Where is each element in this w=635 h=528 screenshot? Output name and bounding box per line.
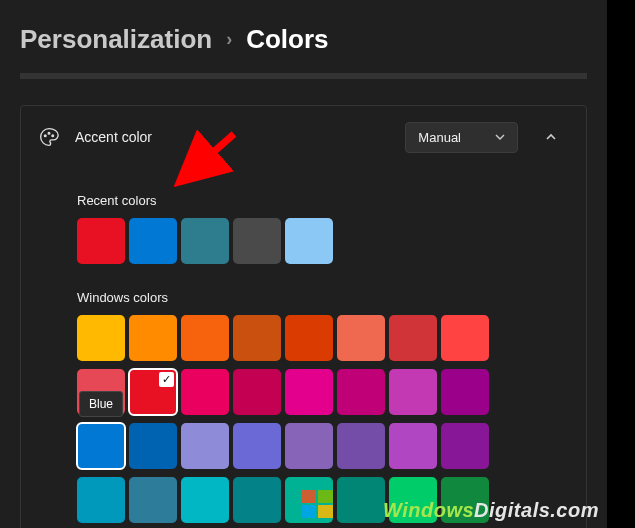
- svg-point-2: [52, 135, 54, 137]
- check-icon: ✓: [159, 372, 174, 387]
- recent-color-swatch[interactable]: [285, 218, 333, 264]
- windows-color-swatch[interactable]: [181, 423, 229, 469]
- recent-color-swatch[interactable]: [129, 218, 177, 264]
- windows-color-swatch[interactable]: [233, 477, 281, 523]
- palette-icon: [39, 127, 59, 147]
- collapse-button[interactable]: [534, 120, 568, 154]
- accent-color-label: Accent color: [75, 129, 389, 145]
- windows-color-swatch[interactable]: [337, 369, 385, 415]
- windows-color-swatch[interactable]: [129, 477, 177, 523]
- windows-color-swatch[interactable]: [285, 477, 333, 523]
- breadcrumb-current: Colors: [246, 24, 328, 55]
- windows-color-swatch[interactable]: [181, 477, 229, 523]
- breadcrumb-parent[interactable]: Personalization: [20, 24, 212, 55]
- accent-mode-value: Manual: [418, 130, 461, 145]
- windows-color-swatch[interactable]: [389, 477, 437, 523]
- accent-color-header: Accent color Manual: [21, 106, 586, 169]
- windows-color-swatch[interactable]: [285, 315, 333, 361]
- chevron-down-icon: [495, 132, 505, 142]
- windows-color-swatch[interactable]: [129, 423, 177, 469]
- windows-color-swatch[interactable]: ✓: [129, 369, 177, 415]
- recent-color-swatch[interactable]: [77, 218, 125, 264]
- recent-color-swatch[interactable]: [181, 218, 229, 264]
- svg-point-1: [48, 132, 50, 134]
- windows-color-swatch[interactable]: [77, 477, 125, 523]
- windows-color-swatch[interactable]: [233, 315, 281, 361]
- windows-color-swatch[interactable]: [337, 315, 385, 361]
- chevron-right-icon: ›: [226, 29, 232, 50]
- color-tooltip: Blue: [79, 391, 123, 417]
- windows-color-swatch[interactable]: [337, 423, 385, 469]
- chevron-up-icon: [545, 131, 557, 143]
- windows-color-swatch[interactable]: [389, 315, 437, 361]
- windows-color-swatch[interactable]: [441, 369, 489, 415]
- windows-color-swatch[interactable]: [129, 315, 177, 361]
- accent-color-panel: Accent color Manual Recent colors Window…: [20, 105, 587, 528]
- windows-color-swatch[interactable]: [389, 423, 437, 469]
- windows-colors-grid: ✓Blue: [77, 315, 530, 527]
- windows-colors-heading: Windows colors: [77, 290, 530, 305]
- windows-color-swatch[interactable]: [233, 423, 281, 469]
- recent-colors-heading: Recent colors: [77, 193, 530, 208]
- svg-point-0: [44, 135, 46, 137]
- windows-color-swatch[interactable]: [181, 315, 229, 361]
- windows-color-swatch[interactable]: [441, 477, 489, 523]
- breadcrumb: Personalization › Colors: [20, 24, 587, 55]
- windows-color-swatch[interactable]: [337, 477, 385, 523]
- windows-color-swatch[interactable]: [285, 423, 333, 469]
- windows-color-swatch[interactable]: [441, 315, 489, 361]
- windows-color-swatch[interactable]: [441, 423, 489, 469]
- windows-color-swatch[interactable]: Blue: [77, 423, 125, 469]
- recent-color-swatch[interactable]: [233, 218, 281, 264]
- windows-color-swatch[interactable]: [285, 369, 333, 415]
- windows-color-swatch[interactable]: [181, 369, 229, 415]
- windows-color-swatch[interactable]: [233, 369, 281, 415]
- windows-color-swatch[interactable]: [389, 369, 437, 415]
- progress-bar: [20, 73, 587, 79]
- recent-colors-row: [77, 218, 530, 264]
- windows-color-swatch[interactable]: [77, 315, 125, 361]
- accent-mode-dropdown[interactable]: Manual: [405, 122, 518, 153]
